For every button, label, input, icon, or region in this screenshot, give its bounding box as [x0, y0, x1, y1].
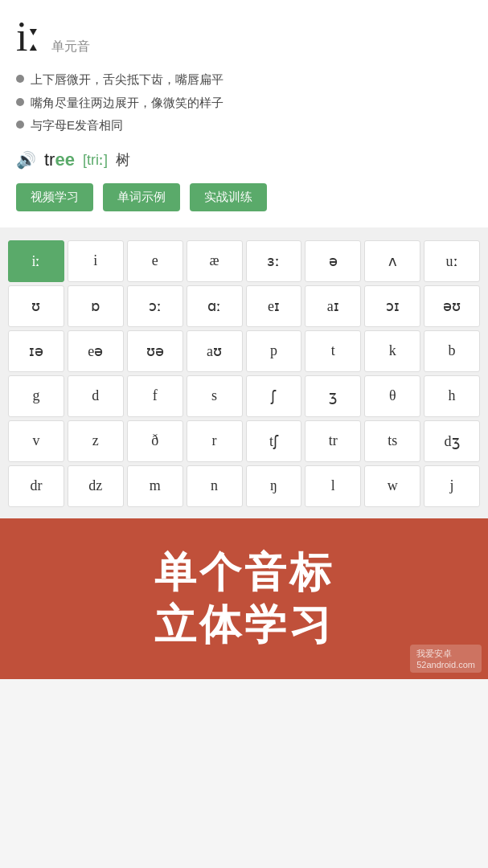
phonetic-key[interactable]: ɔː — [127, 285, 183, 327]
phonetic-key[interactable]: əʊ — [424, 285, 480, 327]
action-button[interactable]: 实战训练 — [190, 183, 267, 211]
phonetic-key[interactable]: ə — [305, 240, 361, 282]
banner-line1: 单个音标 — [154, 547, 334, 599]
top-section: iː 单元音 上下唇微开，舌尖抵下齿，嘴唇扁平嘴角尽量往两边展开，像微笑的样子与… — [0, 0, 488, 227]
phonetic-key[interactable]: ɪə — [8, 330, 64, 372]
phonetic-header: iː 单元音 — [16, 16, 472, 58]
phonetic-key[interactable]: z — [68, 420, 124, 462]
phonetic-key[interactable]: l — [305, 465, 361, 507]
phonetic-key[interactable]: æ — [187, 240, 243, 282]
phonetic-key[interactable]: ʌ — [364, 240, 420, 282]
phonetic-symbol: iː — [16, 16, 42, 58]
phonetic-key[interactable]: dz — [68, 465, 124, 507]
phonetic-key[interactable]: θ — [364, 375, 420, 417]
phonetic-key[interactable]: aʊ — [187, 330, 243, 372]
phonetic-type: 单元音 — [51, 39, 90, 55]
example-phonetic: [triː] — [83, 151, 108, 169]
phonetic-key[interactable]: j — [424, 465, 480, 507]
description-list: 上下唇微开，舌尖抵下齿，嘴唇扁平嘴角尽量往两边展开，像微笑的样子与字母E发音相同 — [16, 71, 472, 135]
phonetic-key[interactable]: ʃ — [246, 375, 302, 417]
example-meaning: 树 — [116, 150, 130, 170]
word-highlight: ee — [55, 149, 74, 170]
phonetic-key[interactable]: ɜː — [246, 240, 302, 282]
keyboard-section: iːieæɜːəʌuːʊɒɔːɑːeɪaɪɔɪəʊɪəeəʊəaʊptkbgdf… — [0, 227, 488, 518]
description-item: 与字母E发音相同 — [16, 117, 472, 135]
banner-line2: 立体学习 — [154, 599, 334, 651]
phonetic-key[interactable]: p — [246, 330, 302, 372]
phonetic-key[interactable]: ʊ — [8, 285, 64, 327]
phonetic-key[interactable]: aɪ — [305, 285, 361, 327]
phonetic-key[interactable]: r — [187, 420, 243, 462]
speaker-icon[interactable]: 🔊 — [16, 150, 36, 170]
phonetic-key[interactable]: tr — [305, 420, 361, 462]
phonetic-key[interactable]: ŋ — [246, 465, 302, 507]
phonetic-key[interactable]: ɑː — [187, 285, 243, 327]
example-word: tree — [44, 149, 75, 170]
phonetic-key[interactable]: e — [127, 240, 183, 282]
phonetic-key[interactable]: s — [187, 375, 243, 417]
phonetic-key[interactable]: v — [8, 420, 64, 462]
phonetic-key[interactable]: h — [424, 375, 480, 417]
phonetic-key[interactable]: w — [364, 465, 420, 507]
bullet-icon — [16, 121, 24, 129]
phonetic-key[interactable]: iː — [8, 240, 64, 282]
buttons-row: 视频学习单词示例实战训练 — [16, 183, 472, 211]
phonetic-grid: iːieæɜːəʌuːʊɒɔːɑːeɪaɪɔɪəʊɪəeəʊəaʊptkbgdf… — [8, 240, 480, 507]
description-text: 嘴角尽量往两边展开，像微笑的样子 — [31, 94, 223, 113]
description-item: 上下唇微开，舌尖抵下齿，嘴唇扁平 — [16, 71, 472, 89]
phonetic-key[interactable]: eə — [68, 330, 124, 372]
description-item: 嘴角尽量往两边展开，像微笑的样子 — [16, 94, 472, 113]
phonetic-key[interactable]: ɔɪ — [364, 285, 420, 327]
phonetic-key[interactable]: d — [68, 375, 124, 417]
phonetic-key[interactable]: k — [364, 330, 420, 372]
bottom-banner: 单个音标 立体学习 我爱安卓52android.com — [0, 518, 488, 679]
word-prefix: tr — [44, 149, 55, 170]
phonetic-key[interactable]: dr — [8, 465, 64, 507]
description-text: 上下唇微开，舌尖抵下齿，嘴唇扁平 — [31, 71, 223, 89]
phonetic-key[interactable]: tʃ — [246, 420, 302, 462]
bullet-icon — [16, 75, 24, 83]
description-text: 与字母E发音相同 — [31, 117, 123, 135]
phonetic-key[interactable]: f — [127, 375, 183, 417]
phonetic-key[interactable]: ʊə — [127, 330, 183, 372]
phonetic-key[interactable]: m — [127, 465, 183, 507]
bullet-icon — [16, 98, 24, 106]
phonetic-key[interactable]: ɒ — [68, 285, 124, 327]
phonetic-key[interactable]: ʒ — [305, 375, 361, 417]
phonetic-key[interactable]: ð — [127, 420, 183, 462]
phonetic-key[interactable]: uː — [424, 240, 480, 282]
action-button[interactable]: 视频学习 — [16, 183, 93, 211]
example-word-row: 🔊 tree [triː] 树 — [16, 149, 472, 170]
phonetic-key[interactable]: dʒ — [424, 420, 480, 462]
phonetic-key[interactable]: g — [8, 375, 64, 417]
phonetic-key[interactable]: ts — [364, 420, 420, 462]
watermark-badge: 我爱安卓52android.com — [410, 645, 482, 673]
phonetic-key[interactable]: b — [424, 330, 480, 372]
phonetic-key[interactable]: n — [187, 465, 243, 507]
phonetic-key[interactable]: i — [68, 240, 124, 282]
phonetic-key[interactable]: eɪ — [246, 285, 302, 327]
action-button[interactable]: 单词示例 — [103, 183, 180, 211]
phonetic-key[interactable]: t — [305, 330, 361, 372]
